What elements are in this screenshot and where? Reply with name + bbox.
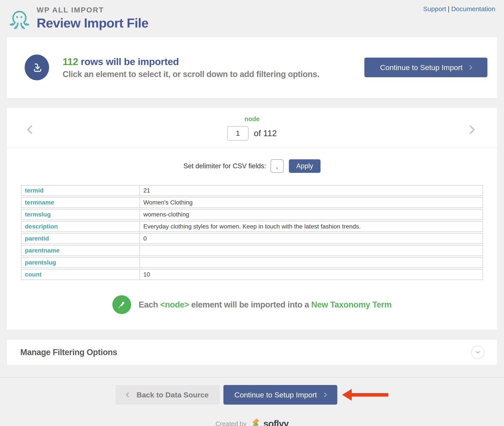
field-key-cell[interactable]: description	[21, 221, 140, 232]
field-value-cell: 10	[140, 270, 483, 280]
download-icon	[25, 55, 49, 80]
import-target-note: Each <node> element will be imported int…	[7, 295, 497, 330]
back-to-data-source-button[interactable]: Back to Data Source	[116, 385, 220, 405]
footer-divider	[0, 377, 504, 377]
filtering-section-title: Manage Filtering Options	[20, 348, 471, 357]
page-title: Review Import File	[37, 15, 148, 31]
apply-delimiter-button[interactable]: Apply	[289, 159, 321, 173]
table-row: count 10	[21, 269, 483, 280]
page-footer: Created by soflyy	[7, 418, 497, 426]
import-target-label: New Taxonomy Term	[311, 300, 392, 309]
continue-to-setup-import-button-bottom[interactable]: Continue to Setup Import	[224, 385, 337, 405]
field-key-cell[interactable]: parentslug	[21, 257, 140, 268]
table-row: description Everyday clothing styles for…	[21, 221, 483, 232]
field-value-cell	[140, 257, 483, 268]
node-tag-label: <node>	[160, 300, 189, 309]
table-row: parentslug	[21, 257, 483, 268]
delimiter-label: Set delimiter for CSV fields:	[183, 162, 266, 170]
table-row: termslug womens-clothing	[21, 209, 483, 220]
field-value-cell: womens-clothing	[140, 210, 483, 220]
record-navigator: node of 112	[7, 108, 497, 148]
table-row: termname Women's Clothing	[21, 197, 483, 208]
row-count: 112	[63, 56, 78, 67]
record-review-card: node of 112 Set delimiter for CSV fields…	[7, 107, 497, 330]
chevron-down-icon	[476, 349, 480, 354]
record-total-label: of 112	[254, 128, 277, 138]
record-field-table: termid 21 termname Women's Clothing term…	[21, 185, 483, 280]
expand-filtering-button[interactable]	[471, 346, 485, 359]
import-summary-card: 112 rows will be imported Click an eleme…	[7, 37, 497, 98]
field-key-cell[interactable]: parentname	[21, 246, 140, 256]
links-divider: |	[448, 5, 449, 13]
field-key-cell[interactable]: termname	[21, 198, 140, 207]
field-key-cell[interactable]: parentid	[21, 234, 140, 244]
node-element-label: node	[7, 108, 497, 123]
record-index-input[interactable]	[227, 126, 249, 141]
pushpin-icon	[112, 295, 131, 314]
field-key-cell[interactable]: termid	[21, 185, 140, 196]
bottom-action-bar: Back to Data Source Continue to Setup Im…	[7, 385, 497, 405]
wp-all-import-octopus-logo-icon	[8, 3, 31, 32]
red-pointer-arrow	[342, 389, 388, 401]
chevron-right-icon	[468, 65, 473, 70]
manage-filtering-options-section[interactable]: Manage Filtering Options	[7, 339, 497, 365]
app-brand: WP ALL IMPORT	[37, 6, 148, 14]
field-value-cell: Women's Clothing	[140, 198, 483, 207]
field-key-cell[interactable]: count	[21, 270, 140, 280]
chevron-left-icon	[126, 392, 131, 398]
soflyy-logo-icon	[250, 418, 261, 426]
table-row: termid 21	[21, 185, 483, 196]
support-link[interactable]: Support	[423, 5, 446, 13]
summary-subtitle: Click an element to select it, or scroll…	[63, 70, 364, 79]
documentation-link[interactable]: Documentation	[451, 5, 495, 13]
table-row: parentid 0	[21, 233, 483, 244]
created-by-label: Created by	[215, 420, 246, 426]
table-row: parentname	[21, 245, 483, 256]
delimiter-input[interactable]	[271, 159, 284, 173]
csv-delimiter-row: Set delimiter for CSV fields: Apply	[7, 159, 497, 173]
field-value-cell: 21	[140, 185, 483, 196]
field-key-cell[interactable]: termslug	[21, 210, 140, 220]
field-value-cell	[140, 246, 483, 256]
field-value-cell: 0	[140, 234, 483, 244]
chevron-right-icon	[322, 392, 327, 398]
header-links: Support|Documentation	[423, 5, 495, 13]
rows-headline: 112 rows will be imported	[63, 56, 364, 67]
continue-to-setup-import-button-top[interactable]: Continue to Setup Import	[364, 58, 487, 77]
field-value-cell: Everyday clothing styles for women. Keep…	[140, 221, 483, 232]
page-header: WP ALL IMPORT Review Import File Support…	[7, 0, 497, 37]
soflyy-brand-name: soflyy	[263, 419, 288, 426]
